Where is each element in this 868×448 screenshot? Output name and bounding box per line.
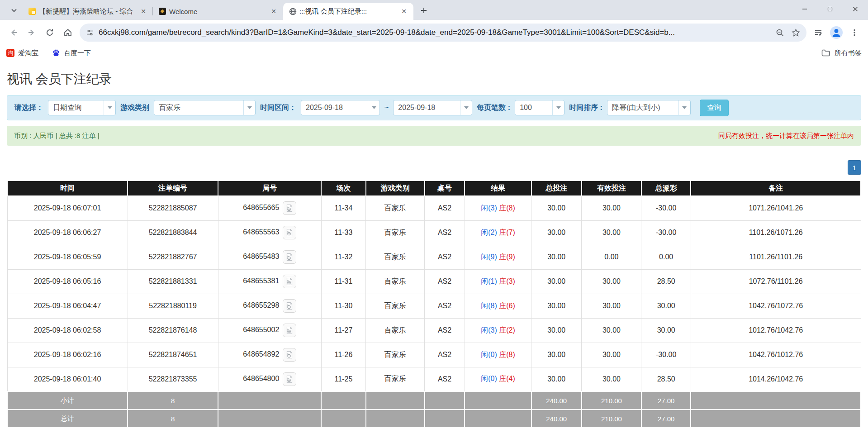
video-replay-button[interactable] [283, 250, 296, 264]
query-button[interactable]: 查询 [700, 100, 729, 116]
tab-title: 【新提醒】海燕策略论坛 - 综合 [39, 7, 136, 16]
cell-total-bet[interactable]: 30.00 [531, 245, 582, 269]
cell-table-no: AS2 [425, 343, 465, 367]
cell-session: 11-30 [321, 294, 365, 318]
subtotal-label: 小计 [7, 391, 128, 410]
tab-bet-records[interactable]: :::视讯 会员下注纪录::: ✕ [283, 3, 413, 20]
tab-forum[interactable]: 【新提醒】海燕策略论坛 - 综合 ✕ [23, 3, 153, 20]
cell-bet-id: 522821873355 [128, 367, 218, 391]
cell-round-id: 648655665 [218, 196, 321, 220]
table-header-row: 时间 注单编号 局号 场次 游戏类别 桌号 结果 总投注 有效投注 总派彩 备注 [7, 181, 861, 196]
cell-valid-bet: 30.00 [582, 318, 641, 343]
table-row: 2025-09-18 06:07:01 522821885087 6486556… [7, 196, 861, 220]
cell-total-bet[interactable]: 30.00 [531, 367, 582, 391]
cell-session: 11-34 [321, 196, 365, 220]
video-replay-button[interactable] [283, 201, 296, 215]
close-icon[interactable]: ✕ [138, 6, 148, 16]
cell-table-no: AS2 [425, 294, 465, 318]
cell-total-bet[interactable]: 30.00 [531, 220, 582, 245]
video-replay-button[interactable] [283, 324, 296, 337]
cell-valid-bet: 30.00 [582, 367, 641, 391]
video-replay-button[interactable] [283, 275, 296, 288]
chevron-down-icon [678, 100, 690, 115]
page-1-button[interactable]: 1 [848, 160, 861, 175]
cell-round-id: 648655002 [218, 318, 321, 343]
bookmark-baidu[interactable]: 百度一下 [52, 49, 91, 57]
new-tab-button[interactable] [417, 4, 431, 17]
cell-total-bet[interactable]: 30.00 [531, 196, 582, 220]
select-label: 请选择： [14, 103, 43, 113]
cell-game: 百家乐 [366, 294, 425, 318]
cell-total-bet[interactable]: 30.00 [531, 318, 582, 343]
media-controls-icon[interactable] [809, 24, 827, 42]
table-row: 2025-09-18 06:04:47 522821880119 6486552… [7, 294, 861, 318]
bookmark-aitaobao[interactable]: 淘 爱淘宝 [6, 49, 38, 57]
cell-total-bet[interactable]: 30.00 [531, 294, 582, 318]
cell-valid-bet: 30.00 [582, 196, 641, 220]
cell-payout: 30.00 [641, 294, 691, 318]
zoom-icon[interactable] [776, 29, 784, 37]
cell-game: 百家乐 [366, 196, 425, 220]
cell-total-bet[interactable]: 30.00 [531, 343, 582, 367]
video-replay-button[interactable] [283, 372, 296, 386]
video-replay-button[interactable] [283, 299, 296, 313]
cell-result: 闲(3) 庄(8) [465, 196, 531, 220]
profile-avatar[interactable] [827, 24, 845, 42]
close-icon[interactable]: ✕ [269, 6, 279, 16]
col-game: 游戏类别 [366, 181, 425, 196]
home-icon[interactable] [59, 24, 77, 42]
site-settings-icon[interactable] [86, 29, 94, 37]
cell-remark: 1012.76/1042.76 [691, 318, 861, 343]
cell-round-id: 648655563 [218, 220, 321, 245]
url-text[interactable]: 66cxkj98.com/game/betrecord_search/kind3… [99, 28, 771, 37]
cell-remark: 1071.26/1041.26 [691, 196, 861, 220]
cell-bet-id: 522821874651 [128, 343, 218, 367]
back-icon[interactable] [5, 24, 23, 42]
cell-result: 闲(2) 庄(7) [465, 220, 531, 245]
cell-total-bet[interactable]: 30.00 [531, 269, 582, 294]
per-page-select[interactable]: 100 [515, 100, 564, 115]
col-session: 场次 [321, 181, 365, 196]
date-end-select[interactable]: 2025-09-18 [393, 100, 472, 115]
cell-result: 闲(8) 庄(6) [465, 294, 531, 318]
game-kind-select[interactable]: 百家乐 [154, 100, 256, 115]
cell-payout: 28.50 [641, 367, 691, 391]
reload-icon[interactable] [41, 24, 59, 42]
col-valid-bet: 有效投注 [582, 181, 641, 196]
cell-round-id: 648654892 [218, 343, 321, 367]
cell-result: 闲(3) 庄(2) [465, 318, 531, 343]
chevron-down-icon [552, 100, 564, 115]
close-icon[interactable]: ✕ [399, 6, 409, 16]
cell-session: 11-27 [321, 318, 365, 343]
minimize-button[interactable] [792, 0, 817, 18]
subtotal-payout: 27.00 [641, 391, 691, 410]
bookmark-star-icon[interactable] [792, 29, 800, 37]
cell-bet-id: 522821880119 [128, 294, 218, 318]
tab-welcome[interactable]: Welcome ✕ [153, 3, 283, 20]
cell-payout: -30.00 [641, 343, 691, 367]
total-count: 8 [128, 410, 218, 428]
cell-payout: -30.00 [641, 196, 691, 220]
subtotal-row: 小计 8 240.00 210.00 27.00 [7, 391, 861, 410]
menu-dots-icon[interactable] [845, 24, 863, 42]
all-bookmarks-label[interactable]: 所有书签 [835, 49, 862, 57]
query-type-select[interactable]: 日期查询 [48, 100, 116, 115]
cell-time: 2025-09-18 06:05:16 [7, 269, 128, 294]
video-replay-button[interactable] [283, 348, 296, 362]
col-result: 结果 [465, 181, 531, 196]
tab-search-chevron-icon[interactable] [6, 3, 22, 18]
bookmark-label: 爱淘宝 [18, 49, 38, 57]
video-replay-button[interactable] [283, 226, 296, 239]
forward-icon[interactable] [23, 24, 41, 42]
table-row: 2025-09-18 06:06:27 522821883844 6486555… [7, 220, 861, 245]
date-start-select[interactable]: 2025-09-18 [301, 100, 380, 115]
address-bar[interactable]: 66cxkj98.com/game/betrecord_search/kind3… [80, 24, 806, 42]
sort-label: 时间排序 : [569, 103, 602, 113]
cell-session: 11-32 [321, 245, 365, 269]
cell-game: 百家乐 [366, 343, 425, 367]
close-window-button[interactable] [843, 0, 868, 18]
cell-table-no: AS2 [425, 245, 465, 269]
maximize-button[interactable] [817, 0, 843, 18]
sort-select[interactable]: 降幂(由大到小) [607, 100, 691, 115]
total-label: 总计 [7, 410, 128, 428]
